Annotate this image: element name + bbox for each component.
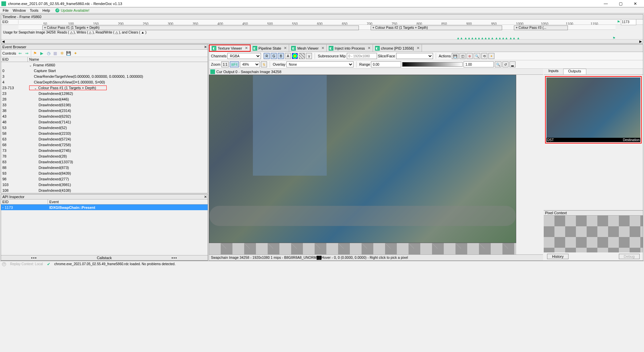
timeline-bar[interactable]: + Colour Pass #2 (1 Targets + Depth)	[371, 25, 502, 30]
expander-icon[interactable]: ⌄	[29, 64, 33, 67]
settings-icon[interactable]: ✲	[59, 51, 65, 56]
doc-tab[interactable]: ◧chrome [PID 13556]✕	[373, 45, 422, 52]
timeline-bar[interactable]: + Colour Pass #1 (1 Targets + Depth)	[42, 25, 359, 30]
scroll-right-icon[interactable]: ▶	[638, 40, 643, 43]
range-slider[interactable]	[402, 62, 463, 67]
tab-close-icon[interactable]: ✕	[368, 46, 371, 50]
histogram-icon[interactable]: ▂	[509, 61, 516, 67]
event-row[interactable]: 48DrawIndexed(7141)	[1, 119, 208, 125]
zoom-fit-button[interactable]: ⊞Fit	[230, 61, 239, 67]
current-output-bar[interactable]: Cur Output 0 - Swapchain Image 34258	[209, 69, 543, 75]
event-row[interactable]: 3ClearRenderTargetView(0.000000, 0.00000…	[1, 73, 208, 79]
doc-tab[interactable]: ◧Texture Viewer✕	[209, 45, 251, 52]
tab-inputs[interactable]: Inputs	[544, 69, 563, 74]
menu-tools[interactable]: Tools	[29, 8, 40, 13]
event-row[interactable]: 68DrawIndexed(7258)	[1, 142, 208, 148]
menu-file[interactable]: File	[1, 8, 10, 13]
expander-icon[interactable]: ⌄	[34, 86, 38, 90]
timeline-bar[interactable]: + Colour Pass #3 (...	[514, 25, 568, 30]
tab-outputs[interactable]: Outputs	[563, 69, 586, 74]
zoom-11-button[interactable]: 1:1	[221, 61, 229, 67]
event-row[interactable]: 28DrawIndexed(446)	[1, 96, 208, 102]
doc-tab[interactable]: ◧Mesh Viewer✕	[289, 45, 326, 52]
event-row[interactable]: 73DrawIndexed(2745)	[1, 148, 208, 153]
autofit-icon[interactable]: 🔍	[495, 61, 501, 67]
slice-combo[interactable]	[396, 53, 433, 59]
timeline-scrollbar[interactable]: ◀ ▶	[1, 39, 643, 43]
bookmark-icon[interactable]: ⚑	[33, 51, 38, 56]
timeline-bars[interactable]: + Colour Pass #1 (1 Targets + Depth)+ Co…	[18, 25, 615, 30]
event-row[interactable]: 43DrawIndexed(6292)	[1, 113, 208, 119]
zoom-pct-combo[interactable]: 49%	[240, 61, 260, 67]
event-row[interactable]: 0Capture Start	[1, 68, 208, 73]
event-row[interactable]: 4ClearDepthStencilView(D=1.000000, S=00)	[1, 79, 208, 85]
event-row[interactable]: 23DrawIndexed(12862)	[1, 91, 208, 96]
star-icon[interactable]: ✦	[73, 51, 78, 56]
reset-range-icon[interactable]: ↺	[502, 61, 508, 67]
event-row[interactable]: 88DrawIndexed(873)	[1, 165, 208, 170]
close-button[interactable]: ✕	[628, 0, 643, 7]
doc-tab[interactable]: ◧Pipeline State✕	[251, 45, 289, 52]
alpha-checker-icon[interactable]	[299, 53, 305, 59]
event-row[interactable]: 108DrawIndexed(4108)	[1, 187, 208, 193]
col-eid-header[interactable]: EID	[1, 57, 28, 62]
flip-icon[interactable]: ⇅	[261, 61, 267, 67]
scroll-thumb[interactable]	[6, 40, 638, 43]
tab-close-icon[interactable]: ✕	[245, 46, 248, 50]
api-col-event[interactable]: Event	[48, 199, 208, 204]
expand-icon[interactable]: ›	[2, 206, 3, 209]
event-row[interactable]: 38DrawIndexed(2314)	[1, 108, 208, 113]
time-icon[interactable]: ◷	[46, 51, 51, 56]
range-min-input[interactable]	[371, 61, 401, 67]
pixel-context-body[interactable]	[544, 216, 643, 252]
maximize-button[interactable]: ▢	[613, 0, 628, 7]
texture-image-area[interactable]	[209, 75, 543, 254]
save-texture-icon[interactable]: 💾	[452, 53, 459, 59]
color-wheel-icon[interactable]	[292, 53, 298, 59]
minimize-button[interactable]: —	[598, 0, 613, 7]
open-texture-icon[interactable]: ◫	[460, 53, 466, 59]
range-max-input[interactable]	[464, 61, 494, 67]
api-row[interactable]: ›1173 IDXGISwapChain::Present	[1, 204, 208, 210]
history-button[interactable]: History	[547, 254, 569, 259]
event-row[interactable]: 93DrawIndexed(8439)	[1, 170, 208, 176]
tab-close-icon[interactable]: ✕	[321, 46, 324, 50]
star-action-icon[interactable]: ✦	[488, 53, 494, 59]
gamma-icon[interactable]: γ	[306, 53, 312, 59]
channel-a-button[interactable]: A	[285, 53, 291, 59]
event-row[interactable]: 33DrawIndexed(6198)	[1, 102, 208, 108]
play-icon[interactable]: ▶	[39, 51, 45, 56]
tab-close-icon[interactable]: ✕	[417, 46, 420, 50]
event-row[interactable]: 23-713⌄Colour Pass #1 (1 Targets + Depth…	[1, 85, 208, 91]
goto-flag-icon[interactable]: ⚑	[617, 20, 620, 24]
scroll-left-icon[interactable]: ◀	[1, 40, 6, 43]
event-row[interactable]: 58DrawIndexed(2233)	[1, 130, 208, 136]
event-row[interactable]: 78DrawIndexed(28)	[1, 153, 208, 159]
api-col-eid[interactable]: EID	[1, 199, 48, 204]
update-available[interactable]: ↺ Update Available!	[55, 8, 89, 12]
menu-window[interactable]: Window	[11, 8, 27, 13]
event-row[interactable]: 63DrawIndexed(5724)	[1, 136, 208, 142]
replay-icon[interactable]: ⟳	[2, 262, 6, 266]
menu-help[interactable]: Help	[41, 8, 52, 13]
event-row[interactable]: 53DrawIndexed(52)	[1, 125, 208, 130]
event-row[interactable]: 98DrawIndexed(277)	[1, 176, 208, 182]
select-icon[interactable]: ▦	[53, 51, 58, 56]
tab-close-icon[interactable]: ✕	[284, 46, 287, 50]
event-row[interactable]: 83DrawIndexed(13373)	[1, 159, 208, 165]
channel-g-button[interactable]: G	[271, 53, 277, 59]
overlay-combo[interactable]: None	[286, 61, 354, 67]
channels-combo[interactable]: RGBA	[227, 53, 261, 59]
event-row[interactable]: ⌄Frame #5860	[1, 62, 208, 68]
api-callstack-bar[interactable]: ••• Callstack •••	[1, 255, 208, 260]
channel-r-button[interactable]: R	[264, 53, 270, 59]
next-event-icon[interactable]: ⇒	[24, 51, 30, 56]
event-browser-close-icon[interactable]: ✕	[204, 45, 207, 49]
doc-tab[interactable]: ◧Inject into Process✕	[327, 45, 373, 52]
mip-input[interactable]	[347, 53, 377, 59]
goto-icon[interactable]: ⊕	[467, 53, 473, 59]
link-icon[interactable]: ⟲	[481, 53, 487, 59]
output-thumbnail[interactable]: DST Destination	[545, 76, 642, 143]
api-inspector-close-icon[interactable]: ✕	[204, 195, 207, 199]
channel-b-button[interactable]: B	[278, 53, 284, 59]
